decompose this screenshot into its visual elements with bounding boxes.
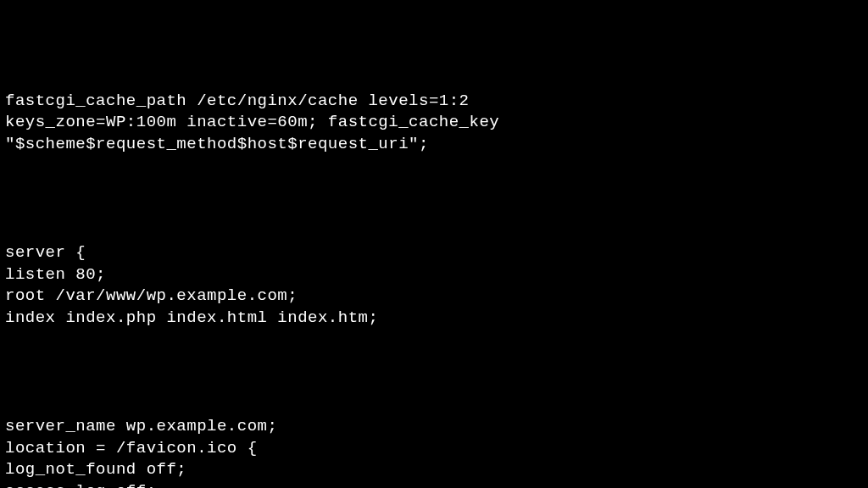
nginx-config-text: fastcgi_cache_path /etc/nginx/cache leve…: [5, 91, 863, 488]
